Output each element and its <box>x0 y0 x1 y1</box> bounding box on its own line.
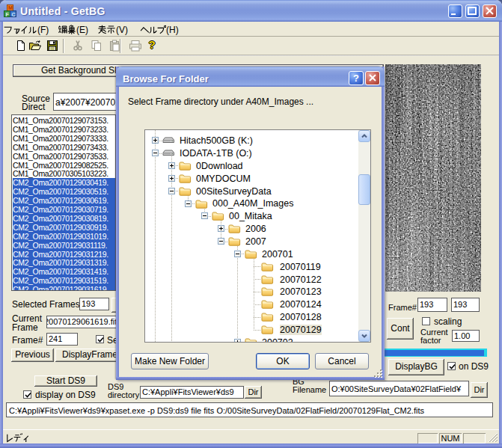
svg-text:?: ? <box>353 73 359 84</box>
svg-text:C: C <box>12 12 16 17</box>
svg-text:F: F <box>6 12 10 17</box>
svg-text:M: M <box>8 5 13 10</box>
